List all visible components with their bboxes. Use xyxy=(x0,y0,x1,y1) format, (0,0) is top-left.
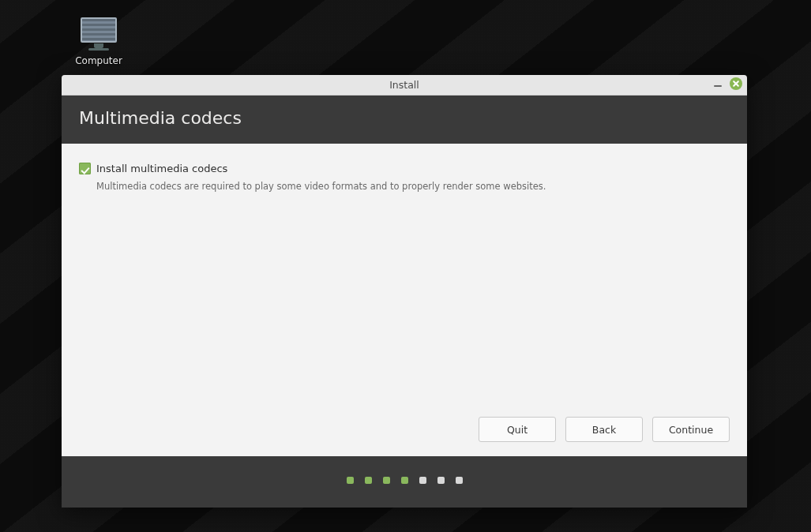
close-icon[interactable] xyxy=(730,77,742,90)
desktop-icon-label: Computer xyxy=(66,55,132,66)
codecs-checkbox-label: Install multimedia codecs xyxy=(96,163,227,174)
page-title: Multimedia codecs xyxy=(62,96,747,144)
window-title: Install xyxy=(389,79,419,91)
desktop-icon-computer[interactable]: Computer xyxy=(66,17,132,66)
computer-icon xyxy=(81,17,117,43)
back-button[interactable]: Back xyxy=(565,417,643,442)
continue-button[interactable]: Continue xyxy=(652,417,730,442)
installer-window: Install Multimedia codecs Install multim… xyxy=(62,75,747,508)
codecs-checkbox[interactable] xyxy=(79,163,91,174)
progress-dot xyxy=(437,477,445,484)
codecs-checkbox-description: Multimedia codecs are required to play s… xyxy=(96,181,730,192)
window-titlebar[interactable]: Install xyxy=(62,75,747,96)
progress-dot xyxy=(456,477,463,484)
progress-dot-done xyxy=(365,477,372,484)
minimize-icon[interactable] xyxy=(712,78,723,89)
progress-dot-done xyxy=(383,477,390,484)
progress-dot-done xyxy=(347,477,354,484)
progress-dots xyxy=(62,456,747,508)
content-panel: Install multimedia codecs Multimedia cod… xyxy=(62,144,747,456)
quit-button[interactable]: Quit xyxy=(479,417,556,442)
progress-dot-done xyxy=(401,477,408,484)
progress-dot xyxy=(419,477,426,484)
footer-buttons: Quit Back Continue xyxy=(79,417,730,442)
